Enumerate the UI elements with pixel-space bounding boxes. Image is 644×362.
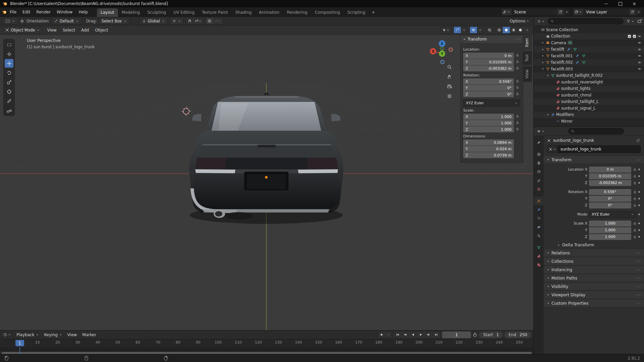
outliner-row-sunburst-signal-l[interactable]: sunburst_signal_L [534,105,644,112]
outliner-row-sunburst-reverselight[interactable]: sunburst_reverselight [534,79,644,85]
animate-dot[interactable] [638,229,640,231]
outliner-item-label[interactable]: sunburst_lights [561,86,591,91]
shading-material-button[interactable] [510,27,517,33]
outliner-row-facelift-002[interactable]: facelift.002 [534,59,644,66]
viewport-menu-view[interactable]: View [44,26,59,34]
properties-search-input[interactable] [568,128,624,134]
animate-dot[interactable] [638,223,640,224]
prop-location-z-field[interactable]: -0.003362 m [589,180,631,186]
pan-view-icon[interactable] [447,74,452,79]
transform-orientation-dropdown[interactable]: Global [140,17,168,24]
shading-wireframe-button[interactable] [496,27,503,33]
tool-rotate[interactable] [5,68,13,77]
end-frame-field[interactable]: End 250 [504,331,531,338]
outliner-item-label[interactable]: Mirror [561,119,573,124]
outliner-row-camera[interactable]: Camera [534,40,644,46]
props-panel-viewport-display[interactable]: Viewport Display [544,291,644,299]
outliner-item-label[interactable]: Collection [551,34,570,39]
properties-tab-world[interactable] [534,185,544,193]
rotation-z-field[interactable]: Z0° [463,91,514,97]
zoom-view-icon[interactable] [447,64,452,70]
properties-tab-modifiers[interactable] [534,205,544,214]
menu-help[interactable]: Help [75,8,91,16]
hide-viewport-eye-icon[interactable] [638,54,641,58]
outliner-item-label[interactable]: Scene Collection [546,27,578,32]
menu-window[interactable]: Window [54,8,75,16]
tool-annotate[interactable] [5,97,13,105]
properties-tab-data[interactable] [534,243,544,252]
prop-rotation-y-field[interactable]: 0° [589,196,631,202]
close-button[interactable]: × [627,0,641,7]
properties-tab-scene[interactable] [534,176,544,185]
orientation-dropdown[interactable]: Default [52,17,82,24]
location-z-field[interactable]: Z-0.003362 m [463,65,514,71]
viewport-menu-add[interactable]: Add [78,26,92,34]
outliner-row-scene-collection[interactable]: Scene Collection [534,26,644,33]
properties-tab-particles[interactable] [534,214,544,223]
playhead[interactable]: 1 [15,340,24,346]
rotation-mode-dropdown[interactable]: XYZ Euler [463,100,520,107]
view-layer-remove-button[interactable]: × [636,9,642,15]
properties-tab-physics[interactable] [534,223,544,231]
props-panel-instancing[interactable]: Instancing [544,265,644,274]
workspace-tab-scripting[interactable]: Scripting [344,8,369,17]
animate-dot[interactable] [638,169,640,170]
grip-icon[interactable] [636,158,641,162]
npanel-tab-item[interactable]: Item [523,35,532,50]
collection-checkbox-icon[interactable] [633,35,636,38]
tool-select-box[interactable] [5,40,13,49]
snap-toggle[interactable] [186,18,193,24]
stopwatch-icon[interactable] [473,333,477,337]
disclosure-closed-icon[interactable] [541,61,545,64]
active-tool-button[interactable] [3,17,18,24]
maximize-button[interactable] [613,0,627,7]
play-reverse-button[interactable] [409,331,417,338]
disclosure-closed-icon[interactable] [541,48,545,51]
prop-scale-scale-x-field[interactable]: 1.000 [589,221,631,227]
props-panel-motion-paths[interactable]: Motion Paths [544,274,644,282]
properties-tab-texture[interactable] [534,260,544,269]
viewport-menu-select[interactable]: Select [60,26,78,34]
tool-move[interactable] [5,59,13,68]
view-layer-copy-button[interactable] [629,9,636,15]
scene-copy-button[interactable] [557,9,564,15]
animate-dot[interactable] [638,175,640,177]
rotation-mode-dropdown[interactable]: XYZ Euler [589,211,637,218]
object-name-field[interactable]: sunburst_logo_trunk [558,145,641,153]
move-gizmo-icon[interactable] [20,19,24,23]
prop-scale-y-field[interactable]: 1.000 [589,227,631,233]
grip-icon[interactable] [516,37,521,42]
gizmos-toggle[interactable] [454,27,461,33]
scale-x-field[interactable]: X1.000 [463,114,514,120]
props-panel-relations[interactable]: Relations [544,249,644,257]
outliner-item-label[interactable]: facelift.002 [551,60,573,65]
outliner-item-label[interactable]: facelift [551,47,564,52]
jump-to-start-button[interactable] [394,331,401,338]
prop-location-location-x-field[interactable]: 0 m [589,167,631,173]
scene-unlink-button[interactable]: × [564,9,570,15]
view-layer-selector[interactable]: View Layer × [573,8,642,16]
hide-viewport-eye-icon[interactable] [638,41,641,45]
props-transform-panel-header[interactable]: Transform [544,156,644,164]
timeline-editor-dropdown[interactable] [2,332,12,337]
animate-dot[interactable] [638,198,640,199]
dimensions-z-field[interactable]: Z0.0739 m [463,152,514,158]
scale-y-field[interactable]: Y1.000 [463,120,514,126]
timeline-menu-view[interactable]: View [65,331,79,338]
start-frame-field[interactable]: Start 1 [479,331,503,338]
hide-viewport-eye-icon[interactable] [638,67,641,71]
hide-viewport-eye-icon[interactable] [638,48,641,51]
keying-set-dropdown[interactable] [385,331,391,338]
hide-viewport-eye-icon[interactable] [638,35,641,38]
location-y-field[interactable]: Y0.010305 m [463,59,514,65]
outliner-item-label[interactable]: sunburst_taillight_L [561,99,599,104]
disclosure-open-icon[interactable] [546,74,550,77]
outliner-item-label[interactable]: sunburst_reverselight [561,80,603,84]
workspace-tab-uv-editing[interactable]: UV Editing [170,8,198,17]
outliner-row-sunburst-lights[interactable]: sunburst_lights [534,85,644,92]
mode-dropdown[interactable]: Object Mode [3,26,43,34]
view-layer-name[interactable]: View Layer [583,10,629,14]
tool-measure[interactable] [5,106,13,115]
outliner-row-collection[interactable]: Collection [534,33,644,40]
properties-tab-output[interactable] [534,159,544,167]
